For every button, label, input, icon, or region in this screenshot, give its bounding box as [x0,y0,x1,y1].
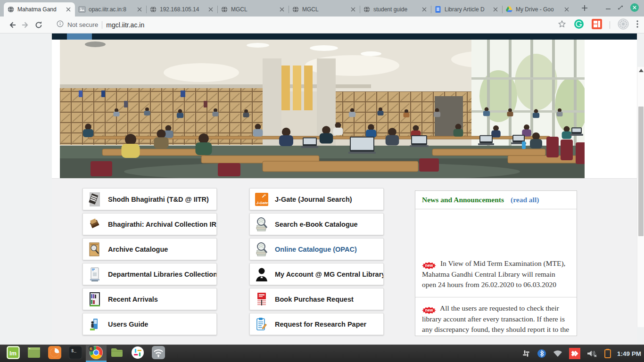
tab-close-icon[interactable] [350,6,356,13]
forward-button[interactable] [19,18,32,32]
quick-link-label: Users Guide [108,321,148,328]
quick-link-bhagirathi-archival-collection-ir[interactable]: Bhagirathi: Archival Collection IR [83,213,217,235]
address-bar[interactable]: Not secure mgcl.iitr.ac.in [52,18,551,32]
quick-link-request-for-research-paper[interactable]: Request for Research Paper [249,313,384,335]
browser-menu-icon[interactable] [636,20,638,30]
slack-icon [131,346,144,361]
battery-icon[interactable] [604,348,611,359]
taskbar-slack-button[interactable] [127,345,148,362]
browser-tab-0[interactable]: Mahatma Gand [4,2,75,16]
browser-tab-1[interactable]: opac.iitr.ac.in:8 [75,2,146,16]
browser-tab-4[interactable]: MGCL [289,2,360,16]
divider [102,21,102,29]
quick-link-label: Bhagirathi: Archival Collection IR [108,221,216,228]
new-tab-button[interactable] [578,2,591,16]
tab-title: 192.168.105.14 [160,6,205,13]
scrollbar-thumb[interactable] [638,107,644,236]
wifi-icon[interactable] [553,349,563,358]
search-books-icon [255,241,269,257]
quick-link-label: Request for Research Paper [275,321,366,328]
screen: Mahatma Gand opac.iitr.ac.in:8 192.168.1… [0,0,644,362]
jgate-icon: J-Gate [255,191,269,207]
quick-link-search-e-book-catalogue[interactable]: Search e-Book Catalogue [249,213,384,235]
globe-favicon-icon [363,6,371,13]
volume-muted-icon[interactable] [586,349,598,358]
tab-close-icon[interactable] [492,6,499,13]
quick-link-my-account-mg-central-library[interactable]: My Account @ MG Central Library [249,263,384,285]
quick-link-label: Online Catalogue (OPAC) [275,246,357,253]
tab-close-icon[interactable] [136,6,143,13]
bookmark-star-icon[interactable] [558,20,566,30]
svg-text:lm: lm [9,350,17,357]
tab-title: MGCL [302,6,347,13]
quick-link-recent-arrivals[interactable]: Recent Arrivals [83,288,217,310]
taskbar-terminal-button[interactable]: $_ [65,345,86,362]
person-icon [255,266,269,282]
globe-favicon-icon [149,6,157,13]
taskbar-clock[interactable]: 1:49 PM [617,350,641,357]
quick-link-label: Recent Arrivals [108,296,158,303]
notification-badge: 6 [88,345,94,352]
quick-link-users-guide[interactable]: Users Guide [83,313,217,335]
scrollbar-up-arrow-icon[interactable] [639,69,644,72]
user-kiosk-icon [88,316,102,332]
tab-close-icon[interactable] [421,6,428,13]
page-scrollbar[interactable] [637,67,644,327]
anydesk-icon[interactable] [569,348,580,359]
minimize-button[interactable] [605,5,611,10]
webpage: Shodh Bhagirathi (T&D @ IITR) Bhagirathi… [0,33,644,345]
news-spacer [415,209,577,253]
tab-close-icon[interactable] [65,6,72,13]
thesis-stack-icon [88,191,102,207]
quick-link-j-gate-journal-search[interactable]: J-Gate J-Gate (Journal Search) [249,188,384,210]
info-icon[interactable] [57,20,64,29]
quick-link-online-catalogue-opac[interactable]: Online Catalogue (OPAC) [249,238,384,260]
archive-search-icon [88,241,102,257]
profile-avatar[interactable] [618,18,629,32]
taskbar-show-desktop-button[interactable] [24,345,44,362]
site-nav-bar [52,33,637,40]
quick-link-shodh-bhagirathi-t-d-iitr[interactable]: Shodh Bhagirathi (T&D @ IITR) [83,188,217,210]
left-button-column: Shodh Bhagirathi (T&D @ IITR) Bhagirathi… [83,188,217,335]
middle-button-column: J-Gate J-Gate (Journal Search) Search e-… [249,188,384,335]
new-badge: new [422,262,436,269]
quick-link-book-purchase-request[interactable]: Book Purchase Request [249,288,384,310]
taskbar-network-app-button[interactable] [148,345,169,362]
orange-extension-icon[interactable] [592,19,602,31]
bluetooth-icon[interactable] [537,349,546,358]
globe-favicon-icon [7,6,15,13]
news-header: News and Announcements (read all) [415,191,577,209]
close-window-button[interactable] [630,3,639,12]
browser-tab-7[interactable]: My Drive - Goo [502,2,573,16]
restore-button[interactable] [618,5,623,10]
tab-close-icon[interactable] [207,6,214,13]
browser-tab-3[interactable]: MGCL [217,2,289,16]
news-read-all-link[interactable]: (read all) [511,196,539,204]
svg-text:J-Gate: J-Gate [256,201,268,205]
browser-tab-6[interactable]: Library Article D [431,2,502,16]
reload-button[interactable] [32,18,45,32]
taskbar-files-button[interactable] [107,345,127,362]
divider [610,21,610,29]
browser-toolbar: Not secure mgcl.iitr.ac.in [0,16,644,33]
tab-close-icon[interactable] [563,6,570,13]
browser-tab-5[interactable]: student guide [360,2,431,16]
browser-tab-2[interactable]: 192.168.105.14 [146,2,217,16]
back-button[interactable] [6,18,19,32]
quick-link-departmental-libraries-collection[interactable]: Departmental Libraries Collection [83,263,217,285]
terminal-icon: $_ [69,346,82,361]
news-panel: News and Announcements (read all) new In… [415,190,577,336]
svg-text:$_: $_ [71,349,76,354]
archival-book-icon [88,216,102,232]
taskbar-firefox-button[interactable] [44,345,65,362]
quick-link-label: Search e-Book Catalogue [275,221,358,228]
quick-link-archive-catalogue[interactable]: Archive Catalogue [83,238,217,260]
taskbar-mint-menu-button[interactable]: lm [3,345,24,362]
news-item: new All the users are requested to check… [415,297,577,336]
tab-close-icon[interactable] [279,6,285,13]
grammarly-extension-icon[interactable] [574,19,584,31]
image-favicon-icon [78,6,86,13]
slack-tray-icon[interactable] [521,349,531,358]
taskbar-chrome-button[interactable]: 6 [86,345,107,362]
site-nav-active-item[interactable] [67,33,92,40]
